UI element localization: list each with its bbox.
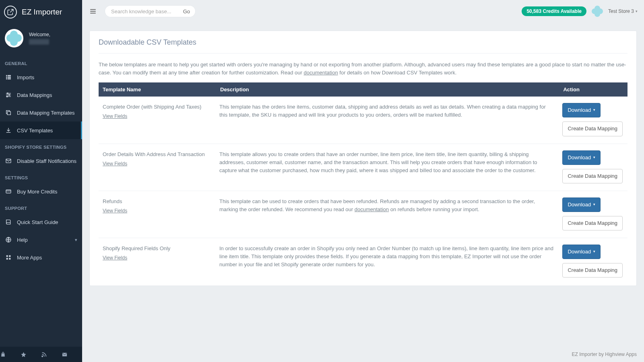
table-row: Complete Order (with Shipping And Taxes)… — [99, 97, 627, 144]
welcome-label: Welcome, — [29, 32, 50, 37]
download-button[interactable]: Download▾ — [562, 245, 601, 259]
mail-icon — [5, 158, 12, 164]
section-general: GENERAL — [0, 56, 82, 68]
store-name: Test Store 3 — [608, 8, 634, 14]
section-support: SUPPORT — [0, 200, 82, 213]
sidebar-item-label: Data Mapping Templates — [17, 110, 75, 116]
caret-down-icon: ▾ — [593, 155, 595, 160]
sidebar-item-label: Buy More Credits — [17, 189, 57, 195]
svg-point-7 — [7, 93, 8, 94]
th-action: Action — [558, 82, 627, 97]
store-avatar-icon — [592, 6, 603, 16]
download-button[interactable]: Download▾ — [562, 150, 601, 165]
sidebar-item-imports[interactable]: Imports — [0, 68, 82, 86]
table-row: Order Details With Address And Transacti… — [99, 144, 627, 191]
search-input[interactable] — [111, 8, 179, 14]
svg-rect-1 — [8, 75, 11, 76]
caret-down-icon: ▾ — [593, 249, 595, 255]
footer: EZ Importer by Highview Apps — [82, 347, 644, 362]
svg-rect-2 — [6, 77, 7, 78]
view-fields-link[interactable]: View Fields — [103, 113, 127, 120]
sidebar-item-label: Help — [17, 237, 28, 243]
svg-point-21 — [42, 356, 43, 357]
brand-name: EZ Importer — [22, 8, 62, 16]
main-content: Downloadable CSV Templates The below tem… — [82, 23, 644, 347]
download-button[interactable]: Download▾ — [562, 103, 601, 117]
envelope-icon[interactable] — [62, 352, 82, 358]
logo-icon — [4, 6, 17, 19]
sidebar-item-label: Data Mappings — [17, 92, 52, 98]
sidebar-item-buy-more-credits[interactable]: Buy More Credits — [0, 183, 82, 200]
svg-rect-0 — [6, 75, 7, 76]
sidebar-item-label: Disable Staff Notifications — [17, 158, 76, 164]
sidebar: EZ Importer Welcome, GENERAL Imports Dat… — [0, 0, 82, 362]
intro-documentation-link[interactable]: documentation — [303, 70, 338, 76]
sidebar-item-help[interactable]: Help ▾ — [0, 231, 82, 249]
svg-rect-12 — [7, 111, 10, 115]
sidebar-item-disable-staff-notifications[interactable]: Disable Staff Notifications — [0, 152, 82, 170]
template-description: This template can be used to create orde… — [215, 191, 558, 238]
sidebar-item-csv-templates[interactable]: CSV Templates — [0, 121, 82, 139]
welcome-block: Welcome, — [0, 24, 82, 56]
search-box: Go — [105, 5, 196, 17]
sidebar-item-data-mapping-templates[interactable]: Data Mapping Templates — [0, 104, 82, 121]
create-data-mapping-button[interactable]: Create Data Mapping — [562, 121, 623, 136]
avatar — [5, 29, 23, 47]
sidebar-item-more-apps[interactable]: More Apps — [0, 249, 82, 266]
caret-down-icon: ▾ — [593, 202, 595, 208]
svg-rect-17 — [6, 255, 8, 257]
sidebar-item-label: CSV Templates — [17, 128, 53, 134]
intro-part-b: for details on how Download CSV Template… — [338, 70, 457, 76]
svg-rect-4 — [6, 78, 7, 80]
svg-point-9 — [9, 95, 10, 96]
credits-badge: 50,583 Credits Available — [522, 6, 586, 16]
search-go-button[interactable]: Go — [179, 8, 190, 14]
template-description: In order to successfully create an order… — [215, 238, 558, 285]
sidebar-item-data-mappings[interactable]: Data Mappings — [0, 86, 82, 104]
chevron-down-icon: ▾ — [636, 9, 638, 13]
welcome-username-redacted — [29, 39, 49, 45]
topbar: Go 50,583 Credits Available Test Store 3… — [82, 0, 644, 23]
svg-rect-18 — [9, 255, 10, 257]
download-label: Download — [568, 106, 591, 114]
svg-rect-3 — [8, 77, 11, 78]
intro-text: The below templates are meant to help yo… — [99, 53, 627, 82]
svg-rect-24 — [90, 13, 96, 14]
copy-icon — [5, 109, 12, 116]
star-icon[interactable] — [21, 352, 41, 358]
create-data-mapping-button[interactable]: Create Data Mapping — [562, 216, 623, 230]
template-description: This template allows you to create order… — [215, 144, 558, 191]
download-button[interactable]: Download▾ — [562, 197, 601, 212]
view-fields-link[interactable]: View Fields — [103, 254, 127, 262]
svg-rect-23 — [90, 11, 96, 12]
create-data-mapping-button[interactable]: Create Data Mapping — [562, 169, 623, 183]
create-data-mapping-button[interactable]: Create Data Mapping — [562, 263, 623, 278]
template-name: Order Details With Address And Transacti… — [103, 150, 211, 158]
desc-part-b: on refunds before running your import. — [389, 206, 479, 212]
section-settings: SETTINGS — [0, 170, 82, 183]
template-name: Refunds — [103, 197, 211, 206]
download-icon — [5, 127, 12, 134]
svg-rect-5 — [8, 78, 11, 80]
refunds-documentation-link[interactable]: documentation — [355, 206, 389, 212]
table-row: Shopify Required Fields Only View Fields… — [99, 238, 627, 285]
section-shopify: SHOPIFY STORE SETTINGS — [0, 139, 82, 152]
sidebar-item-label: More Apps — [17, 255, 42, 261]
svg-rect-19 — [6, 258, 8, 259]
download-label: Download — [568, 201, 591, 209]
rss-icon[interactable] — [41, 352, 62, 358]
store-switcher[interactable]: Test Store 3 ▾ — [608, 8, 638, 14]
grid-icon — [5, 254, 12, 261]
hamburger-icon[interactable] — [86, 6, 100, 16]
view-fields-link[interactable]: View Fields — [103, 207, 127, 215]
sidebar-footer — [0, 347, 82, 362]
view-fields-link[interactable]: View Fields — [103, 160, 127, 168]
sidebar-item-label: Quick Start Guide — [17, 219, 58, 225]
bag-icon[interactable] — [0, 352, 21, 358]
template-name: Complete Order (with Shipping And Taxes) — [103, 103, 211, 111]
svg-point-11 — [6, 96, 8, 97]
footer-text: EZ Importer by Highview Apps — [572, 352, 637, 357]
sliders-icon — [5, 92, 12, 98]
sidebar-item-quick-start-guide[interactable]: Quick Start Guide — [0, 213, 82, 231]
sidebar-item-label: Imports — [17, 74, 34, 80]
